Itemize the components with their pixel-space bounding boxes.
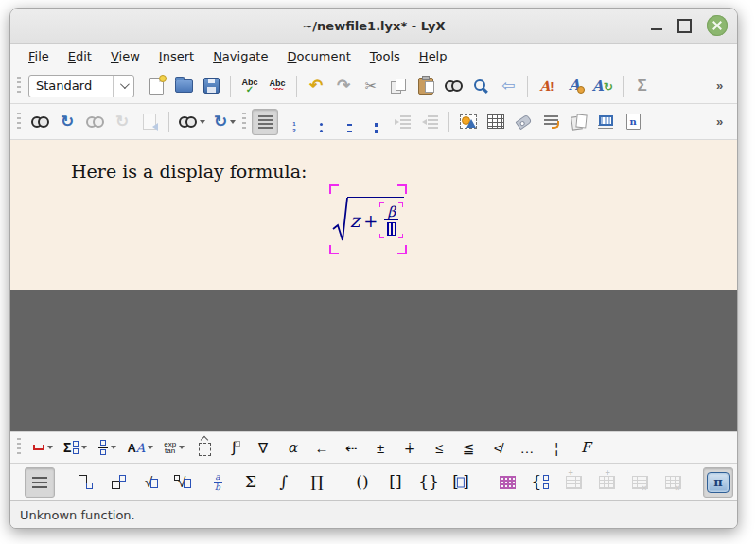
toolbar-drag-handle[interactable] [17,77,21,96]
toolbar-drag-handle[interactable] [17,113,21,132]
menu-item-file[interactable]: File [20,46,58,66]
superscript-button[interactable] [103,467,133,498]
open-document-button[interactable] [170,73,197,99]
ams-negative-relations-button[interactable]: ≮ [484,434,511,461]
view-other-formats-button[interactable] [175,109,209,135]
ams-operators-button[interactable]: ∔ [396,434,423,461]
math-spacing-button[interactable] [28,434,57,461]
fraction-bar [384,219,398,221]
toggle-noun-button[interactable]: A [561,73,588,99]
check-spelling-button[interactable]: Abc✓ [237,73,263,99]
curly-braces-button[interactable]: {} [413,467,444,498]
navigate-back-button[interactable]: ⇦ [495,73,521,99]
product-button[interactable]: ∏ [302,467,332,498]
square-root-button[interactable]: √ [136,467,167,498]
standard-toolbar-overflow-button[interactable]: » [706,73,732,99]
operators-button[interactable]: ± [367,434,394,461]
close-icon[interactable] [707,15,728,36]
subscript-button[interactable] [70,467,100,498]
integral-button[interactable]: ∫ [269,467,299,498]
document-page[interactable]: Here is a display formula: z + [10,140,737,290]
frame-decorations-button[interactable]: F [572,434,599,461]
toolbar-drag-handle[interactable] [17,438,21,457]
product-icon: ∏ [310,474,324,490]
curly-braces-icon: {} [418,474,439,490]
insert-cases-icon: { [532,474,550,490]
menu-item-help[interactable]: Help [411,46,456,66]
document-text[interactable]: Here is a display formula: [71,161,307,182]
menu-item-tools[interactable]: Tools [361,46,409,66]
insert-matrix-button[interactable] [492,467,522,498]
copy-button[interactable] [385,73,412,99]
save-document-button[interactable] [198,73,224,99]
math-inset[interactable]: z + β [329,184,407,254]
arrows-button[interactable]: ← [308,434,335,461]
greek-letters-button[interactable]: α [279,434,306,461]
insert-phantom-button[interactable] [191,434,218,461]
fraction-button[interactable]: ab [202,467,233,498]
display-formula-toggle-button[interactable] [25,467,55,498]
math-functions-button[interactable]: exptan [160,434,188,461]
undo-button[interactable]: ↶ [303,73,329,99]
find-and-replace-button[interactable] [440,73,466,99]
minimize-icon[interactable] [651,28,662,30]
work-area[interactable]: Here is a display formula: z + [10,140,737,431]
title-bar[interactable]: ~/newfile1.lyx* - LyX [10,9,737,44]
maximize-icon[interactable] [677,19,692,33]
math-panel-toggle-button[interactable]: π [703,467,733,498]
apply-last-text-style-button[interactable]: A↻ [589,73,617,99]
redo-button[interactable]: ↷ [330,73,357,99]
integral-with-limits-icon: ∫ [232,440,236,455]
insert-cross-reference-button[interactable] [537,109,564,135]
bullet-list-button[interactable] [307,109,333,135]
ams-relations-button[interactable]: ≦ [455,434,482,461]
layout-selector[interactable]: Standard [28,75,134,97]
nth-root-button[interactable]: √ [169,467,200,498]
insert-float-button[interactable] [565,109,591,135]
menu-item-edit[interactable]: Edit [60,46,100,66]
update-output-button[interactable]: ↻ [54,109,80,135]
paste-button[interactable] [413,73,439,99]
ams-arrows-button[interactable]: ⇠ [338,434,364,461]
description-list-button[interactable] [361,109,388,135]
view-toolbar-overflow-button[interactable]: » [706,109,732,135]
cut-button[interactable]: ✂ [358,73,384,99]
integral-with-limits-button[interactable]: ∫ [220,434,247,461]
sum-button[interactable]: Σ [236,467,266,498]
insert-math-button[interactable]: Σ [629,73,656,99]
advanced-find-button[interactable] [467,73,494,99]
chevron-down-icon[interactable] [113,76,133,97]
view-toolbar-overflow-icon: » [716,115,722,128]
insert-table-button[interactable] [483,109,509,135]
insert-box-button[interactable] [592,109,619,135]
spellcheck-continuously-button[interactable]: Abc~~~ [264,73,290,99]
update-other-formats-button[interactable]: ↻ [210,109,239,135]
relations-button[interactable]: ≤ [426,434,452,461]
menu-item-insert[interactable]: Insert [150,46,202,66]
toolbar-drag-handle[interactable] [242,113,246,132]
misc-symbols-button[interactable]: ∇ [250,434,276,461]
menu-item-view[interactable]: View [102,46,149,66]
insert-cross-reference-icon [544,115,558,128]
toggle-emphasis-button[interactable]: A! [534,73,560,99]
menu-item-document[interactable]: Document [278,46,359,66]
menu-item-navigate[interactable]: Navigate [204,46,276,66]
square-brackets-button[interactable]: [] [380,467,411,498]
view-output-button[interactable] [26,109,53,135]
labeling-list-button[interactable] [334,109,360,135]
fraction-styles-button[interactable] [94,434,120,461]
numbered-list-button[interactable] [279,109,306,135]
insert-graphics-button[interactable] [455,109,482,135]
insert-note-button[interactable]: n [620,109,646,135]
insert-label-button[interactable] [510,109,536,135]
big-operators-button[interactable]: Σ [60,434,91,461]
delimiters-button[interactable]: ¦ [543,434,570,461]
delimiter-dialog-button[interactable]: [] [447,467,477,498]
empty-cell-placeholder[interactable] [387,222,396,236]
new-document-button[interactable] [143,73,169,99]
math-font-styles-button[interactable]: AA [123,434,157,461]
parentheses-button[interactable]: () [347,467,378,498]
paragraph-layout-button[interactable] [252,109,278,135]
insert-cases-button[interactable]: { [525,467,555,498]
dots-button[interactable]: … [514,434,540,461]
